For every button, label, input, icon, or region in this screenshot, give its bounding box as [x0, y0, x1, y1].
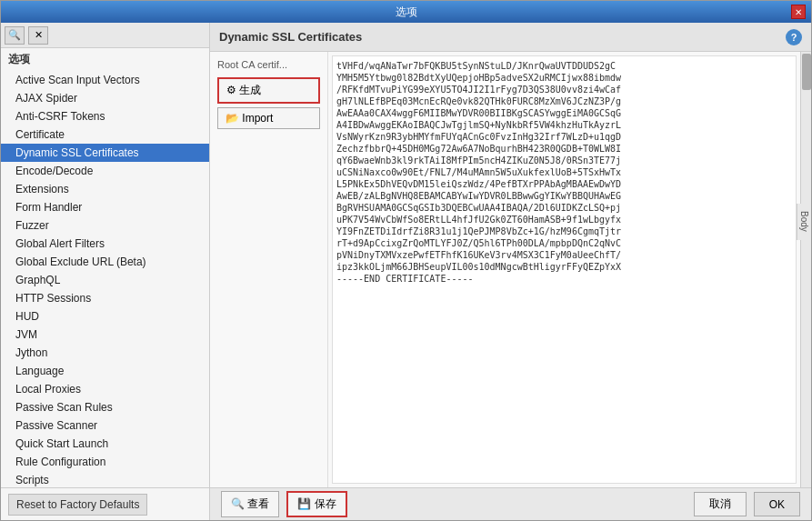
bottom-left-buttons: 🔍 查看 💾 保存 — [221, 491, 347, 517]
sidebar-item-quick-start[interactable]: Quick Start Launch — [1, 435, 209, 453]
sidebar-item-language[interactable]: Language — [1, 362, 209, 380]
sidebar-item-ajax-spider[interactable]: AJAX Spider — [1, 89, 209, 107]
close-icon[interactable]: ✕ — [28, 26, 48, 45]
sidebar-item-extensions[interactable]: Extensions — [1, 180, 209, 198]
right-panel: Dynamic SSL Certificates ? Root CA certi… — [210, 23, 811, 520]
sidebar-list: Active Scan Input VectorsAJAX SpiderAnti… — [1, 71, 209, 487]
help-icon[interactable]: ? — [786, 29, 802, 45]
bottom-right-buttons: 取消 OK — [694, 492, 800, 516]
sidebar-item-passive-scanner[interactable]: Passive Scanner — [1, 416, 209, 435]
panel-header: Dynamic SSL Certificates ? — [210, 23, 811, 52]
scrollbar-thumb — [802, 54, 811, 90]
sidebar-item-hud[interactable]: HUD — [1, 307, 209, 326]
close-button[interactable]: ✕ — [791, 5, 806, 19]
sidebar-item-certificate[interactable]: Certificate — [1, 125, 209, 144]
sidebar-item-global-alert[interactable]: Global Alert Filters — [1, 235, 209, 253]
scrollbar[interactable] — [800, 52, 811, 487]
sidebar-item-local-proxies[interactable]: Local Proxies — [1, 380, 209, 398]
sidebar-item-scripts[interactable]: Scripts — [1, 471, 209, 487]
sidebar-item-passive-scan-rules[interactable]: Passive Scan Rules — [1, 398, 209, 416]
sidebar: 🔍 ✕ 选项 Active Scan Input VectorsAJAX Spi… — [1, 23, 210, 520]
cert-column-label: Root CA certif... — [217, 59, 320, 70]
ok-button[interactable]: OK — [754, 492, 800, 516]
body-label: Body — [797, 204, 811, 240]
cert-text-area: tVHFd/wqANaTwr7bFQKBU5tSynNStuLD/JKnrQwa… — [328, 52, 800, 487]
sidebar-toolbar: 🔍 ✕ — [1, 23, 209, 48]
sidebar-bottom: Reset to Factory Defaults — [1, 487, 209, 520]
panel-body: Root CA certif... ⚙ 生成 📂 Import tVHFd/wq… — [210, 52, 811, 487]
sidebar-item-active-scan[interactable]: Active Scan Input Vectors — [1, 71, 209, 89]
bottom-bar: 🔍 查看 💾 保存 取消 OK — [210, 487, 811, 520]
cert-content-display: tVHFd/wqANaTwr7bFQKBU5tSynNStuLD/JKnrQwa… — [332, 55, 797, 484]
sidebar-item-jvm[interactable]: JVM — [1, 326, 209, 344]
view-button[interactable]: 🔍 查看 — [221, 491, 279, 517]
sidebar-item-fuzzer[interactable]: Fuzzer — [1, 216, 209, 235]
sidebar-root-label: 选项 — [1, 48, 209, 71]
sidebar-item-graphql[interactable]: GraphQL — [1, 271, 209, 289]
reset-to-factory-defaults-button[interactable]: Reset to Factory Defaults — [8, 494, 147, 516]
sidebar-item-jython[interactable]: Jython — [1, 344, 209, 362]
title-bar: 选项 ✕ — [1, 1, 811, 23]
sidebar-item-encode-decode[interactable]: Encode/Decode — [1, 162, 209, 180]
main-window: 选项 ✕ 🔍 ✕ 选项 Active Scan Input VectorsAJA… — [0, 0, 812, 521]
sidebar-item-rule-config[interactable]: Rule Configuration — [1, 453, 209, 471]
cert-controls: Root CA certif... ⚙ 生成 📂 Import — [210, 52, 328, 487]
import-button[interactable]: 📂 Import — [217, 107, 320, 129]
sidebar-item-dynamic-ssl[interactable]: Dynamic SSL Certificates — [1, 144, 209, 162]
main-content: 🔍 ✕ 选项 Active Scan Input VectorsAJAX Spi… — [1, 23, 811, 520]
sidebar-item-http-sessions[interactable]: HTTP Sessions — [1, 289, 209, 307]
sidebar-item-anti-csrf[interactable]: Anti-CSRF Tokens — [1, 107, 209, 125]
generate-button[interactable]: ⚙ 生成 — [217, 77, 320, 104]
panel-title: Dynamic SSL Certificates — [219, 30, 362, 44]
cancel-button[interactable]: 取消 — [694, 492, 747, 516]
sidebar-item-form-handler[interactable]: Form Handler — [1, 198, 209, 216]
sidebar-item-global-exclude[interactable]: Global Exclude URL (Beta) — [1, 253, 209, 271]
save-button[interactable]: 💾 保存 — [286, 491, 346, 517]
search-icon[interactable]: 🔍 — [5, 26, 25, 45]
window-title: 选项 — [396, 5, 417, 20]
